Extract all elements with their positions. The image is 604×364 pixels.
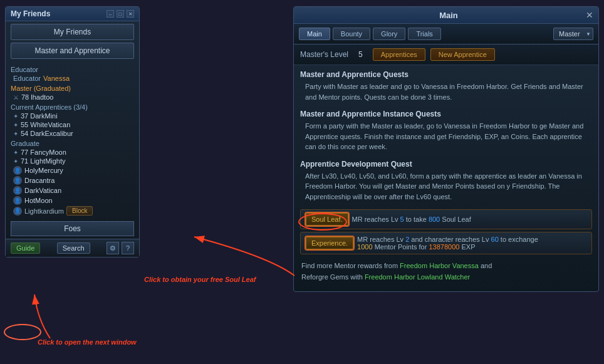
soul-leaf-annotation: Click to obtain your free Soul Leaf (144, 276, 256, 283)
guide-highlight-circle (4, 324, 41, 340)
master-quest-text: Party with Master as leader and go to Va… (300, 81, 592, 102)
settings-icon: ⚙ (110, 244, 116, 252)
new-apprentice-button[interactable]: New Apprentice (430, 48, 495, 61)
master-select-wrapper: Master (553, 28, 593, 40)
graduate-name: 71 LightMighty (21, 157, 66, 165)
my-friends-button[interactable]: My Friends (11, 24, 134, 40)
tab-glory[interactable]: Glory (373, 28, 405, 40)
apprentice-name: 55 WhiteVatican (21, 121, 70, 128)
level-row: Master's Level 5 Apprentices New Apprent… (294, 44, 598, 65)
main-titlebar: Main ✕ (294, 7, 598, 24)
experience-reward-row: Experience. MR reaches Lv 2 and characte… (300, 232, 592, 254)
educator-label: Educator (13, 75, 41, 82)
main-panel: Main ✕ Main Bounty Glory Trials Master M… (293, 6, 599, 292)
friends-footer: Guide Search ⚙ ? (6, 239, 139, 257)
graduate-header: Graduate (11, 140, 134, 147)
avatar: 👤 (13, 196, 22, 205)
friends-panel: My Friends – □ ✕ My Friends Master and A… (5, 6, 140, 257)
masters-level-label: Master's Level (300, 50, 348, 59)
list-item: ✦ 54 DarkExcalibur (11, 129, 134, 138)
friends-titlebar: My Friends – □ ✕ (6, 7, 139, 21)
apprentices-button[interactable]: Apprentices (373, 48, 425, 61)
experience-button[interactable]: Experience. (306, 237, 353, 249)
graduate-name: HolyMercury (24, 167, 63, 174)
master-select[interactable]: Master (553, 28, 593, 40)
experience-text: MR reaches Lv 2 and character reaches Lv… (357, 236, 538, 251)
master-header: Master (Graduated) (11, 85, 134, 92)
list-item: 👤 HolyMercury (11, 165, 134, 175)
list-item: 👤 DarkVatican (11, 185, 134, 195)
block-row: 👤 Lightkardium Block (11, 205, 134, 216)
lowland-watcher-link[interactable]: Freedom Harbor Lowland Watcher (365, 273, 470, 281)
friends-panel-title: My Friends (11, 9, 50, 18)
exp-amount: 1000 (357, 243, 372, 251)
soul-leaf-amount: 800 (429, 216, 440, 223)
soul-leaf-item: Soul Leaf (442, 216, 471, 223)
block-button[interactable]: Block (66, 206, 93, 216)
main-close-button[interactable]: ✕ (586, 10, 593, 20)
footer-icons: ⚙ ? (107, 242, 134, 254)
list-item: ✦ 77 FancyMoon (11, 148, 134, 157)
instance-quest-text: Form a party with the Master as leader, … (300, 121, 592, 152)
close-button[interactable]: ✕ (127, 10, 134, 18)
dev-quest-title: Apprentice Development Quest (300, 160, 592, 169)
search-label: Search (63, 244, 85, 252)
main-panel-title: Main (311, 11, 586, 20)
avatar: 👤 (13, 176, 22, 185)
list-item: ✦ 37 DarkMini (11, 112, 134, 120)
search-tab[interactable]: Search (57, 242, 90, 254)
soul-leaf-arrow (144, 219, 307, 282)
masters-level-value: 5 (358, 50, 363, 59)
avatar: 👤 (13, 166, 22, 175)
soul-leaf-reward-row: Soul Leaf. MR reaches Lv 5 to take 800 S… (300, 209, 592, 229)
tab-bounty[interactable]: Bounty (333, 28, 370, 40)
mentor-rewards-text: Find more Mentor rewards from Freedom Ha… (300, 257, 592, 286)
exp-lv1: 2 (405, 236, 409, 243)
master-quest-title: Master and Apprentice Quests (300, 70, 592, 79)
dev-quest-section: Apprentice Development Quest After Lv30,… (300, 160, 592, 202)
educator-header: Educator (11, 66, 134, 73)
graduate-name: DarkVatican (24, 187, 61, 194)
list-item: 👤 HotMoon (11, 195, 134, 205)
main-content: Master and Apprentice Quests Party with … (294, 65, 598, 291)
list-item: ✦ 71 LightMighty (11, 157, 134, 165)
guide-label: Guide (16, 244, 34, 252)
apprentice-icon: ✦ (13, 122, 18, 128)
master-name: 78 lhadtoo (21, 93, 53, 101)
exp-lv2: 60 (491, 236, 499, 243)
restore-button[interactable]: □ (117, 10, 124, 18)
soul-leaf-lv: 5 (400, 216, 404, 223)
master-apprentice-button[interactable]: Master and Apprentice (11, 43, 134, 59)
graduate-name: Lightkardium (24, 207, 64, 215)
settings-icon-button[interactable]: ⚙ (107, 242, 119, 254)
master-dropdown: Master (553, 28, 593, 40)
next-window-annotation: Click to open the next window (38, 338, 137, 346)
foes-button[interactable]: Foes (11, 221, 134, 236)
educator-row: Educator Vanessa (11, 74, 134, 83)
next-window-arrow (19, 288, 81, 345)
apprentice-icon: ✦ (13, 130, 18, 137)
dev-quest-text: After Lv30, Lv40, Lv50, and Lv60, form a… (300, 171, 592, 202)
educator-name: Vanessa (43, 75, 70, 82)
apprentices-header: Current Apprentices (3/4) (11, 103, 134, 111)
guide-tab[interactable]: Guide (11, 242, 40, 254)
apprentice-name: 37 DarkMini (21, 112, 58, 120)
graduate-icon: ✦ (13, 149, 18, 156)
graduate-name: Dracantra (24, 177, 55, 184)
master-icon: ⚔ (13, 94, 19, 101)
help-icon-button[interactable]: ? (122, 242, 134, 254)
titlebar-controls: – □ ✕ (107, 10, 134, 18)
apprentice-name: 54 DarkExcalibur (21, 130, 73, 137)
apprentice-icon: ✦ (13, 113, 18, 120)
tab-trials[interactable]: Trials (408, 28, 440, 40)
graduate-name: 77 FancyMoon (21, 148, 66, 156)
tab-main[interactable]: Main (299, 28, 330, 40)
instance-quest-title: Master and Apprentice Instance Quests (300, 110, 592, 118)
soul-leaf-button[interactable]: Soul Leaf. (306, 213, 348, 226)
minimize-button[interactable]: – (107, 10, 114, 18)
master-item: ⚔ 78 lhadtoo (11, 93, 134, 101)
freedom-harbor-vanessa-link[interactable]: Freedom Harbor Vanessa (400, 262, 479, 269)
list-item: 👤 Dracantra (11, 175, 134, 185)
graduate-icon: ✦ (13, 158, 18, 165)
avatar: 👤 (13, 207, 22, 216)
